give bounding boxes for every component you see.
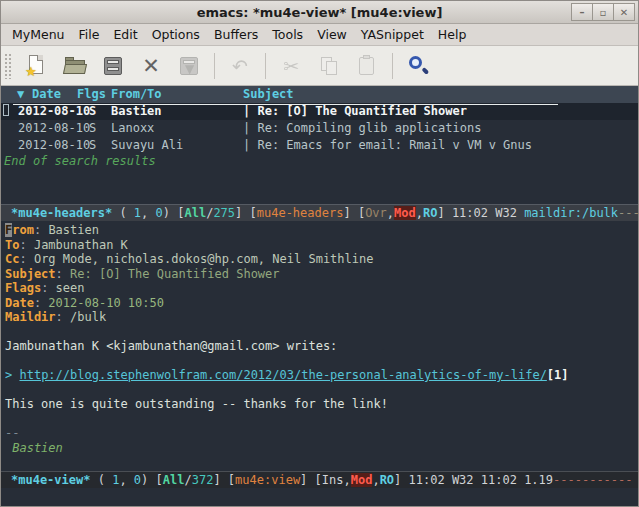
modeline-segment: 275 (213, 206, 235, 220)
row-date: 2012-08-10 (18, 138, 90, 152)
mu4e-headers-window: ▼ Date Flgs From/To Subject 2012-08-10SB… (1, 86, 638, 204)
column-date[interactable]: Date (32, 87, 61, 101)
modeline-segment: RO (380, 473, 394, 487)
menu-item-edit[interactable]: Edit (106, 25, 144, 44)
modeline-segment: ) [ (141, 473, 163, 487)
menu-item-file[interactable]: File (72, 25, 107, 44)
view-field-date: Date: 2012-08-10 10:50 (5, 296, 638, 311)
title-bar[interactable]: emacs: *mu4e-view* [mu4e:view] –▫✕ (1, 1, 638, 24)
column-from-to[interactable]: From/To (111, 87, 162, 101)
toolbar-separator (392, 53, 393, 79)
undo-icon: ↶ (228, 54, 252, 78)
search-button[interactable] (403, 51, 433, 81)
row-from: Suvayu Ali (111, 138, 183, 152)
body-line (5, 354, 638, 369)
field-label: Date (5, 296, 34, 310)
row-from: Lanoxx (111, 121, 154, 135)
body-text: [1] (547, 368, 569, 382)
modeline-segment: maildir:/bulk (524, 206, 618, 220)
modeline-segment: 0 (134, 473, 141, 487)
body-text: > (5, 368, 19, 382)
modeline-segment: All (184, 206, 206, 220)
mu4e-view-window: From: BastienTo: Jambunathan KCc: Org Mo… (1, 221, 638, 471)
modeline-segment: ] [ (235, 206, 257, 220)
modeline-segment: *mu4e-view* (11, 473, 90, 487)
modeline-segment: ] [ (213, 473, 235, 487)
view-field-cc: Cc: Org Mode, nicholas.dokos@hp.com, Nei… (5, 252, 638, 267)
menu-item-buffers[interactable]: Buffers (207, 25, 265, 44)
tool-bar: ★✕▼↶✂ (1, 46, 638, 86)
modeline-segment: , (416, 206, 423, 220)
open-file-button[interactable] (60, 51, 90, 81)
modeline-segment: , (387, 206, 394, 220)
row-date: 2012-08-10 (18, 121, 90, 135)
column-subject[interactable]: Subject (243, 87, 294, 101)
field-label: Maildir (5, 310, 56, 324)
save-button[interactable] (98, 51, 128, 81)
row-subject: | Re: Compiling glib applications (243, 121, 481, 135)
current-message-fringe-icon (3, 104, 9, 116)
copy-button (314, 51, 344, 81)
view-field-from: From: Bastien (5, 223, 638, 238)
modeline-segment: Ovr (365, 206, 387, 220)
menu-item-view[interactable]: View (310, 25, 354, 44)
modeline-segment: ) [ (163, 206, 185, 220)
modeline-segment: ------ (618, 206, 638, 220)
menu-item-mymenu[interactable]: MyMenu (5, 25, 72, 44)
close-button[interactable]: ✕ (613, 3, 635, 21)
body-text: Bastien (5, 441, 63, 455)
menu-item-help[interactable]: Help (431, 25, 474, 44)
field-colon: : (56, 310, 70, 324)
modeline-segment: 0 (156, 206, 163, 220)
close-buffer-button[interactable]: ✕ (136, 51, 166, 81)
undo-button: ↶ (225, 51, 255, 81)
field-colon: : (34, 296, 48, 310)
echo-area[interactable] (1, 488, 638, 506)
menu-item-options[interactable]: Options (145, 25, 207, 44)
field-colon: : (19, 238, 33, 252)
maximize-button[interactable]: ▫ (592, 3, 614, 21)
window-title: emacs: *mu4e-view* [mu4e:view] (197, 5, 443, 20)
field-value: 2012-08-10 10:50 (48, 296, 164, 310)
field-label: Flags (5, 281, 41, 295)
toolbar-grip-icon[interactable] (4, 53, 12, 79)
current-row-underline (13, 104, 558, 105)
field-value: Jambunathan K (34, 238, 128, 252)
row-subject: | Re: Emacs for email: Rmail v VM v Gnus (243, 138, 532, 152)
modeline-segment: , (119, 473, 133, 487)
column-flags[interactable]: Flgs (77, 87, 106, 101)
body-link[interactable]: http://blog.stephenwolfram.com/2012/03/t… (19, 368, 546, 382)
field-colon: : (34, 223, 48, 237)
header-row[interactable]: 2012-08-10SLanoxx| Re: Compiling glib ap… (1, 120, 638, 137)
save-as-button: ▼ (174, 51, 204, 81)
toolbar-separator (265, 53, 266, 79)
body-line (5, 383, 638, 398)
modeline-segment: ] [ (343, 206, 365, 220)
headers-column-header[interactable]: ▼ Date Flgs From/To Subject (1, 86, 638, 103)
menu-item-tools[interactable]: Tools (265, 25, 310, 44)
row-from: Bastien (111, 104, 162, 118)
text-cursor: F (5, 223, 12, 237)
field-value: Bastien (48, 223, 99, 237)
view-field-to: To: Jambunathan K (5, 238, 638, 253)
menu-item-yasnippet[interactable]: YASnippet (354, 25, 431, 44)
sort-descending-icon[interactable]: ▼ (17, 87, 24, 101)
modeline-segment: ( (112, 206, 134, 220)
modeline-segment: , (141, 206, 155, 220)
header-row[interactable]: 2012-08-10SBastien| Re: [O] The Quantifi… (1, 103, 638, 120)
new-file-button[interactable]: ★ (22, 51, 52, 81)
field-colon: : (56, 267, 70, 281)
modeline-mu4e-view[interactable]: *mu4e-view* ( 1, 0) [All/372] [mu4e:view… (1, 471, 638, 488)
minimize-button[interactable]: – (571, 3, 593, 21)
modeline-segment: mu4e:view (235, 473, 300, 487)
modeline-segment: RO (423, 206, 437, 220)
modeline-mu4e-headers[interactable]: *mu4e-headers* ( 1, 0) [All/275] [mu4e-h… (1, 204, 638, 221)
new-file-icon: ★ (25, 54, 49, 78)
body-text: This one is quite outstanding -- thanks … (5, 397, 388, 411)
search-icon (406, 54, 430, 78)
header-row[interactable]: 2012-08-10SSuvayu Ali| Re: Emacs for ema… (1, 137, 638, 154)
body-text: -- (5, 426, 19, 440)
modeline-segment: ] [ (300, 473, 322, 487)
field-value: seen (56, 281, 85, 295)
paste-icon (355, 54, 379, 78)
